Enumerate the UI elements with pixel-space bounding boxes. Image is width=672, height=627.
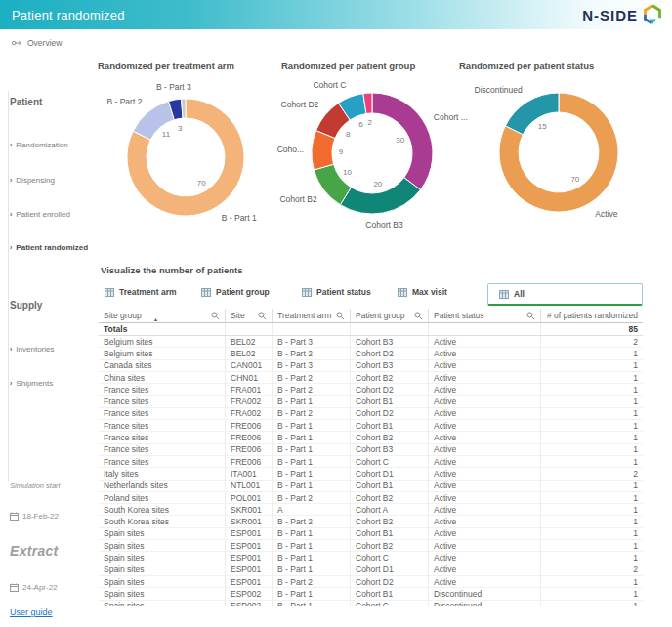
table-cell[interactable]: B - Part 1 <box>272 468 350 479</box>
table-row[interactable]: France sitesFRA002B - Part 1Cohort B1Act… <box>99 396 643 407</box>
table-cell[interactable]: 1 <box>540 372 643 383</box>
sidebar-item-randomization[interactable]: ›Randomization <box>10 141 68 149</box>
table-cell[interactable]: Cohort D2 <box>350 576 428 587</box>
table-row[interactable]: Belgium sitesBEL02B - Part 3Cohort B3Act… <box>99 336 643 348</box>
table-cell[interactable]: Cohort D2 <box>350 408 428 419</box>
table-cell[interactable]: B - Part 2 <box>272 408 350 419</box>
table-cell[interactable]: 1 <box>540 348 643 358</box>
column-header-treatment-arm[interactable]: Treatment arm <box>272 309 350 322</box>
table-cell[interactable]: CHN01 <box>225 372 272 383</box>
table-cell[interactable]: France sites <box>99 384 225 395</box>
table-cell[interactable]: Cohort B1 <box>350 396 428 406</box>
table-cell[interactable]: 1 <box>540 528 643 539</box>
table-cell[interactable]: 1 <box>540 384 643 395</box>
table-row[interactable]: Netherlands sitesNTL001B - Part 1Cohort … <box>99 481 643 492</box>
table-cell[interactable]: Cohort B1 <box>350 588 428 599</box>
table-cell[interactable]: Active <box>428 384 540 395</box>
table-cell[interactable]: 1 <box>540 588 643 599</box>
column-header-site[interactable]: Site <box>225 309 272 322</box>
table-cell[interactable]: B - Part 1 <box>272 564 350 575</box>
table-cell[interactable]: France sites <box>99 396 225 406</box>
table-cell[interactable]: 2 <box>540 336 643 347</box>
table-cell[interactable]: B - Part 2 <box>272 576 350 587</box>
table-row[interactable]: Spain sitesESP002B - Part 1Cohort B1Disc… <box>99 588 643 600</box>
table-cell[interactable]: Active <box>428 420 540 431</box>
search-icon[interactable] <box>414 312 423 320</box>
table-cell[interactable]: NTL001 <box>225 481 272 491</box>
sidebar-item-inventories[interactable]: ›Inventories <box>10 345 54 354</box>
table-cell[interactable]: B - Part 2 <box>272 492 350 503</box>
table-cell[interactable]: B - Part 1 <box>272 601 350 606</box>
table-cell[interactable]: Belgium sites <box>99 336 225 347</box>
column-header-patients-randomized[interactable]: # of patients randomized <box>540 309 643 322</box>
table-row[interactable]: South Korea sitesSKR001ACohort AActive1 <box>99 504 643 516</box>
column-header-patient-group[interactable]: Patient group <box>350 309 428 322</box>
table-cell[interactable]: 1 <box>540 360 643 371</box>
table-cell[interactable]: Cohort B2 <box>350 540 428 551</box>
table-cell[interactable]: Cohort D1 <box>350 468 428 479</box>
table-cell[interactable]: ESP001 <box>225 564 272 575</box>
tab-patient-status[interactable]: Patient status <box>302 287 371 297</box>
table-cell[interactable]: 1 <box>540 516 643 526</box>
table-cell[interactable]: Active <box>428 336 540 347</box>
table-cell[interactable]: Cohort B3 <box>350 336 428 347</box>
table-cell[interactable]: Active <box>428 408 540 419</box>
table-cell[interactable]: 1 <box>540 481 643 491</box>
table-cell[interactable]: BEL02 <box>225 348 272 358</box>
table-cell[interactable]: France sites <box>99 444 225 455</box>
table-cell[interactable]: ITA001 <box>225 468 272 479</box>
table-cell[interactable]: ESP002 <box>225 588 272 599</box>
table-cell[interactable]: FRA001 <box>225 384 272 395</box>
table-cell[interactable]: FRE006 <box>225 432 272 442</box>
table-cell[interactable]: SKR001 <box>225 516 272 526</box>
table-cell[interactable]: Cohort B1 <box>350 420 428 431</box>
table-cell[interactable]: Active <box>428 396 540 406</box>
table-cell[interactable]: ESP001 <box>225 540 272 551</box>
table-cell[interactable]: Active <box>428 360 540 371</box>
table-row[interactable]: Spain sitesESP001B - Part 1Cohort D1Acti… <box>99 564 643 576</box>
table-cell[interactable]: B - Part 3 <box>272 360 350 371</box>
table-cell[interactable]: FRE006 <box>225 456 272 467</box>
table-cell[interactable]: Spain sites <box>99 601 225 606</box>
table-cell[interactable]: Active <box>428 372 540 383</box>
table-cell[interactable]: 1 <box>540 456 643 467</box>
table-cell[interactable]: Netherlands sites <box>99 481 225 491</box>
table-cell[interactable]: Cohort C <box>350 601 428 606</box>
table-cell[interactable]: B - Part 2 <box>272 348 350 358</box>
table-row[interactable]: Spain sitesESP001B - Part 2Cohort D2Acti… <box>99 576 643 588</box>
tab-patient-group[interactable]: Patient group <box>201 287 270 297</box>
table-cell[interactable]: South Korea sites <box>99 504 225 515</box>
table-row[interactable]: France sitesFRE006B - Part 1Cohort B1Act… <box>99 420 643 432</box>
table-cell[interactable]: Discontinued <box>428 601 540 606</box>
table-cell[interactable]: 1 <box>540 576 643 587</box>
table-cell[interactable]: B - Part 1 <box>272 456 350 467</box>
tab-all[interactable]: All <box>499 289 525 299</box>
table-cell[interactable]: B - Part 1 <box>272 540 350 551</box>
table-cell[interactable]: France sites <box>99 408 225 419</box>
table-cell[interactable]: A <box>272 504 350 515</box>
table-row[interactable]: France sitesFRE006B - Part 1Cohort CActi… <box>99 456 643 468</box>
table-cell[interactable]: FRE006 <box>225 444 272 455</box>
table-cell[interactable]: B - Part 1 <box>272 444 350 455</box>
table-cell[interactable]: 1 <box>540 492 643 503</box>
table-cell[interactable]: 1 <box>540 601 643 606</box>
table-cell[interactable]: Active <box>428 444 540 455</box>
table-row[interactable]: Spain sitesESP001B - Part 1Cohort B1Acti… <box>99 528 643 540</box>
table-cell[interactable]: Belgium sites <box>99 348 225 358</box>
table-cell[interactable]: Italy sites <box>99 468 225 479</box>
table-cell[interactable]: Spain sites <box>99 576 225 587</box>
table-row[interactable]: France sitesFRE006B - Part 1Cohort B3Act… <box>99 444 643 456</box>
table-cell[interactable]: South Korea sites <box>99 516 225 526</box>
table-row[interactable]: Spain sitesESP002B - Part 1Cohort CDisco… <box>99 601 643 606</box>
search-icon[interactable] <box>336 312 345 320</box>
table-cell[interactable]: FRA002 <box>225 396 272 406</box>
table-cell[interactable]: Active <box>428 528 540 539</box>
table-cell[interactable]: 1 <box>540 504 643 515</box>
table-cell[interactable]: France sites <box>99 456 225 467</box>
user-guide-link[interactable]: User guide <box>10 607 53 617</box>
table-cell[interactable]: B - Part 1 <box>272 528 350 539</box>
table-cell[interactable]: B - Part 2 <box>272 384 350 395</box>
table-cell[interactable]: B - Part 2 <box>272 516 350 526</box>
table-cell[interactable]: ESP001 <box>225 528 272 539</box>
table-cell[interactable]: Cohort B3 <box>350 444 428 455</box>
